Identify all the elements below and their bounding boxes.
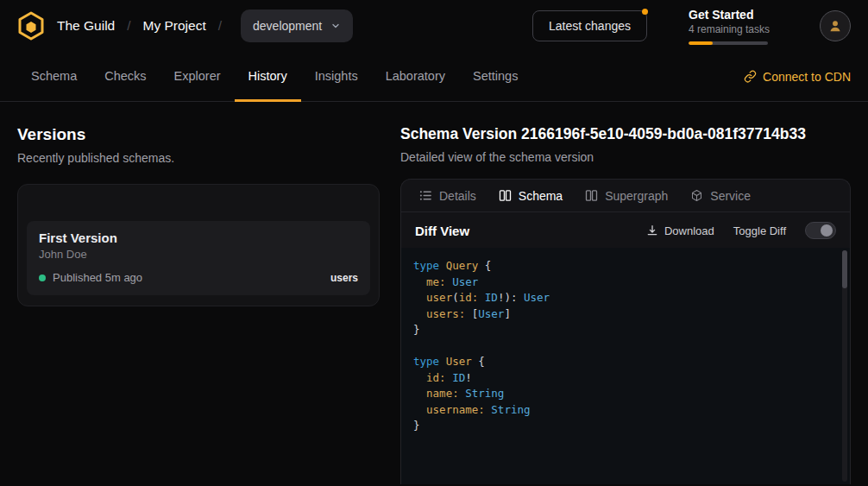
versions-column: Versions Recently published schemas. Fir… — [17, 102, 380, 484]
published-status-dot — [39, 275, 46, 281]
schema-version-title: Schema Version 2166196f-5e10-4059-bd0a-0… — [400, 125, 851, 143]
versions-title: Versions — [17, 125, 380, 144]
notification-dot — [642, 9, 648, 15]
target-selector[interactable]: development — [241, 9, 353, 42]
schema-version-subtitle: Detailed view of the schema version — [400, 150, 851, 164]
detail-tabs: Details Schema — [401, 180, 850, 212]
download-icon — [646, 224, 658, 237]
hive-logo-icon[interactable] — [17, 11, 45, 41]
detail-tab-details[interactable]: Details — [408, 180, 487, 211]
get-started-widget[interactable]: Get Started 4 remaining tasks — [689, 8, 775, 45]
versions-card: First Version John Doe Published 5m ago … — [17, 184, 380, 306]
tab-laboratory[interactable]: Laboratory — [372, 52, 459, 102]
breadcrumb-separator: / — [218, 18, 222, 34]
cube-icon — [690, 189, 703, 202]
toggle-diff-knob — [821, 224, 833, 237]
detail-tab-schema[interactable]: Schema — [487, 180, 574, 211]
tab-schema[interactable]: Schema — [17, 52, 91, 102]
breadcrumb: The Guild / My Project / development — [57, 9, 353, 42]
latest-changes-button[interactable]: Latest changes — [532, 10, 647, 41]
toggle-diff-label: Toggle Diff — [733, 224, 786, 237]
chevron-down-icon — [330, 21, 341, 31]
version-status: Published 5m ago — [53, 271, 142, 284]
top-header: The Guild / My Project / development Lat… — [0, 0, 868, 52]
code-scrollbar-thumb[interactable] — [842, 250, 847, 288]
target-selector-value: development — [253, 19, 322, 33]
versions-subtitle: Recently published schemas. — [17, 151, 380, 165]
schema-version-panel: Details Schema — [400, 179, 851, 484]
list-icon — [419, 189, 432, 202]
get-started-progress-fill — [689, 41, 713, 45]
diff-view-header: Diff View Download Toggle Diff — [401, 212, 850, 248]
user-icon — [827, 18, 843, 34]
table-columns-icon — [499, 189, 512, 202]
get-started-title: Get Started — [689, 8, 775, 22]
version-name: First Version — [39, 230, 358, 245]
detail-tab-label: Details — [439, 189, 476, 203]
code-scrollbar[interactable] — [842, 250, 847, 482]
toggle-diff-switch[interactable] — [805, 222, 836, 239]
breadcrumb-project[interactable]: My Project — [143, 18, 206, 34]
main-content: Versions Recently published schemas. Fir… — [0, 102, 868, 484]
detail-tab-label: Schema — [519, 189, 563, 203]
diff-view-title: Diff View — [415, 224, 469, 238]
schema-code-block: type Query { me: User user(id: ID!): Use… — [401, 248, 850, 484]
diff-view-actions: Download Toggle Diff — [646, 222, 836, 239]
breadcrumb-org[interactable]: The Guild — [57, 18, 115, 34]
tab-insights[interactable]: Insights — [301, 52, 372, 102]
latest-changes-label: Latest changes — [549, 19, 631, 33]
tab-explorer[interactable]: Explorer — [160, 52, 235, 102]
version-list-item[interactable]: First Version John Doe Published 5m ago … — [27, 221, 370, 295]
download-label: Download — [664, 224, 714, 237]
version-author: John Doe — [39, 248, 358, 261]
schema-version-column: Schema Version 2166196f-5e10-4059-bd0a-0… — [400, 102, 851, 484]
tab-checks[interactable]: Checks — [91, 52, 160, 102]
breadcrumb-separator: / — [127, 18, 130, 34]
app-root: The Guild / My Project / development Lat… — [0, 0, 868, 486]
detail-tab-label: Service — [710, 189, 751, 203]
page-tabs-bar: Schema Checks Explorer History Insights … — [0, 52, 868, 102]
detail-tab-label: Supergraph — [605, 189, 668, 203]
version-meta-row: Published 5m ago users — [39, 271, 358, 284]
tab-history[interactable]: History — [235, 52, 301, 102]
detail-tab-supergraph[interactable]: Supergraph — [574, 180, 679, 211]
supergraph-columns-icon — [585, 189, 598, 202]
get-started-subtitle: 4 remaining tasks — [689, 23, 775, 35]
connect-cdn-link[interactable]: Connect to CDN — [744, 52, 851, 101]
detail-tab-service[interactable]: Service — [679, 180, 762, 211]
version-service-badge: users — [330, 272, 358, 284]
tab-settings[interactable]: Settings — [459, 52, 531, 102]
link-icon — [744, 70, 757, 83]
connect-cdn-label: Connect to CDN — [763, 70, 851, 84]
download-button[interactable]: Download — [646, 224, 714, 237]
graphql-sdl-code: type Query { me: User user(id: ID!): Use… — [413, 258, 833, 434]
avatar[interactable] — [820, 10, 851, 41]
get-started-progress — [689, 41, 768, 45]
